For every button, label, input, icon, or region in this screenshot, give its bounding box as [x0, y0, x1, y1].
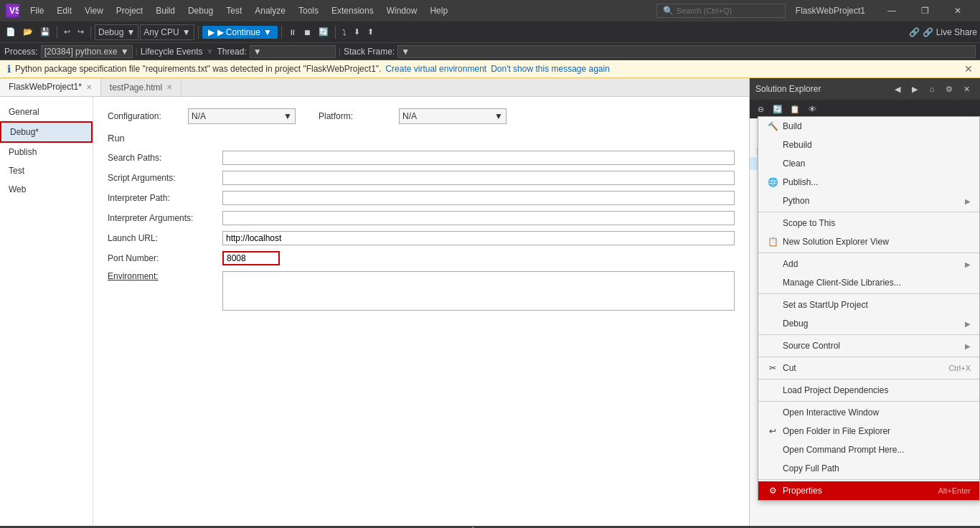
launch-url-input[interactable] [222, 231, 735, 245]
menu-test[interactable]: Test [220, 4, 248, 17]
toolbar-save[interactable]: 💾 [37, 26, 53, 38]
se-home-button[interactable]: ⌂ [924, 81, 940, 97]
se-properties-btn[interactable]: 📋 [787, 101, 803, 117]
toolbar-step-out[interactable]: ⬆ [364, 26, 377, 38]
sidebar-general[interactable]: General [0, 103, 93, 121]
cpu-dropdown[interactable]: Any CPU ▼ [140, 24, 194, 40]
minimize-button[interactable]: — [875, 0, 908, 22]
ctx-manage-libs[interactable]: Manage Client-Side Libraries... [758, 273, 979, 292]
info-close-button[interactable]: ✕ [964, 63, 973, 75]
toolbar-restart[interactable]: 🔄 [316, 26, 331, 38]
se-refresh-btn[interactable]: 🔄 [770, 101, 786, 117]
thread-dropdown[interactable]: ▼ [250, 45, 336, 58]
toolbar-stop[interactable]: ⏹ [301, 27, 314, 38]
toolbar-step-over[interactable]: ⤵ [339, 27, 349, 38]
ctx-open-cmd-label: Open Command Prompt Here... [783, 445, 904, 455]
toolbar-pause[interactable]: ⏸ [286, 27, 299, 38]
menu-tools[interactable]: Tools [293, 4, 324, 17]
close-button[interactable]: ✕ [941, 0, 974, 22]
menu-debug[interactable]: Debug [182, 4, 219, 17]
menu-window[interactable]: Window [381, 4, 423, 17]
sidebar-debug[interactable]: Debug* [0, 121, 93, 143]
ctx-cut[interactable]: ✂Cut Ctrl+X [758, 359, 979, 377]
info-bar: ℹ Python package specification file "req… [0, 60, 980, 78]
ctx-clean[interactable]: Clean [758, 154, 979, 173]
config-select[interactable]: N/A ▼ [188, 108, 296, 124]
menu-extensions[interactable]: Extensions [326, 4, 380, 17]
search-paths-input[interactable] [222, 151, 735, 165]
toolbar-step-into[interactable]: ⬇ [351, 26, 363, 38]
ctx-publish[interactable]: 🌐Publish... [758, 173, 979, 192]
se-header: Solution Explorer ◀ ▶ ⌂ ⚙ ✕ [750, 78, 980, 100]
script-args-input[interactable] [222, 171, 735, 185]
live-share[interactable]: 🔗 🔗 Live Share [909, 27, 977, 37]
platform-select[interactable]: N/A ▼ [399, 108, 507, 124]
env-input-area[interactable] [222, 271, 735, 311]
file-tab[interactable]: testPage.html ✕ [101, 80, 182, 95]
menu-help[interactable]: Help [424, 4, 453, 17]
ctx-load-deps[interactable]: Load Project Dependencies [758, 381, 979, 400]
ctx-source-control[interactable]: Source Control ▶ [758, 336, 979, 355]
ctx-build[interactable]: 🔨Build [758, 117, 979, 136]
toolbar-redo[interactable]: ↪ [75, 26, 87, 38]
interp-path-input[interactable] [222, 191, 735, 205]
se-settings-button[interactable]: ⚙ [941, 81, 957, 97]
search-input[interactable] [677, 6, 770, 15]
se-forward-button[interactable]: ▶ [907, 81, 923, 97]
window-controls: — ❐ ✕ [875, 0, 974, 22]
dismiss-link[interactable]: Don't show this message again [491, 64, 610, 74]
stack-dropdown[interactable]: ▼ [397, 45, 976, 58]
project-tab-close[interactable]: ✕ [86, 83, 92, 91]
menu-edit[interactable]: Edit [51, 4, 77, 17]
ctx-new-se-view[interactable]: 📋New Solution Explorer View [758, 232, 979, 251]
menu-file[interactable]: File [24, 4, 50, 17]
ctx-set-startup[interactable]: Set as StartUp Project [758, 296, 979, 314]
ctx-properties[interactable]: ⚙Properties Alt+Enter [758, 481, 979, 500]
toolbar-open[interactable]: 📂 [20, 26, 36, 38]
menu-analyze[interactable]: Analyze [249, 4, 291, 17]
toolbar-sep2 [90, 26, 91, 39]
ctx-new-se-icon: 📋 [767, 236, 778, 248]
maximize-button[interactable]: ❐ [908, 0, 941, 22]
continue-button[interactable]: ▶ ▶ Continue ▼ [202, 26, 278, 39]
sidebar-web[interactable]: Web [0, 180, 93, 199]
ctx-copy-path-icon [767, 463, 778, 474]
ctx-scope[interactable]: Scope to This [758, 214, 979, 232]
create-env-link[interactable]: Create virtual environment [385, 64, 486, 74]
cpu-label: Any CPU [143, 27, 179, 37]
menu-view[interactable]: View [79, 4, 109, 17]
ctx-open-folder[interactable]: ↩Open Folder in File Explorer [758, 422, 979, 440]
port-number-input[interactable] [222, 251, 280, 265]
se-collapse-btn[interactable]: ⊖ [753, 101, 768, 117]
ctx-source-control-icon [767, 340, 778, 352]
se-close-button[interactable]: ✕ [958, 81, 974, 97]
ctx-open-interactive-label: Open Interactive Window [783, 407, 879, 418]
menu-project[interactable]: Project [110, 4, 149, 17]
global-search[interactable]: 🔍 [656, 4, 786, 18]
menu-build[interactable]: Build [150, 4, 181, 17]
ctx-open-cmd[interactable]: Open Command Prompt Here... [758, 440, 979, 459]
se-show-all-btn[interactable]: 👁 [804, 101, 820, 117]
sidebar-publish[interactable]: Publish [0, 143, 93, 161]
ctx-python[interactable]: Python ▶ [758, 192, 979, 210]
search-paths-row: Search Paths: [108, 151, 735, 165]
debug-dropdown[interactable]: Debug ▼ [95, 24, 138, 40]
se-header-buttons: ◀ ▶ ⌂ ⚙ ✕ [890, 81, 974, 97]
toolbar-undo[interactable]: ↩ [61, 26, 73, 38]
interp-args-input[interactable] [222, 211, 735, 225]
se-back-button[interactable]: ◀ [890, 81, 905, 97]
ctx-source-control-arrow: ▶ [965, 342, 971, 350]
ctx-rebuild[interactable]: Rebuild [758, 136, 979, 154]
ctx-open-interactive[interactable]: Open Interactive Window [758, 403, 979, 422]
info-icon: ℹ [7, 63, 11, 75]
project-properties-tab[interactable]: FlaskWebProject1* ✕ [0, 79, 101, 96]
ctx-copy-path[interactable]: Copy Full Path [758, 459, 979, 478]
file-tab-label: testPage.html [110, 82, 162, 93]
ctx-add[interactable]: Add ▶ [758, 255, 979, 273]
process-dropdown[interactable]: [20384] python.exe ▼ [41, 45, 133, 58]
file-tab-close[interactable]: ✕ [166, 83, 172, 91]
sidebar-test[interactable]: Test [0, 161, 93, 180]
ctx-sep1 [758, 212, 979, 212]
ctx-debug[interactable]: Debug ▶ [758, 314, 979, 333]
toolbar-new[interactable]: 📄 [3, 26, 19, 38]
